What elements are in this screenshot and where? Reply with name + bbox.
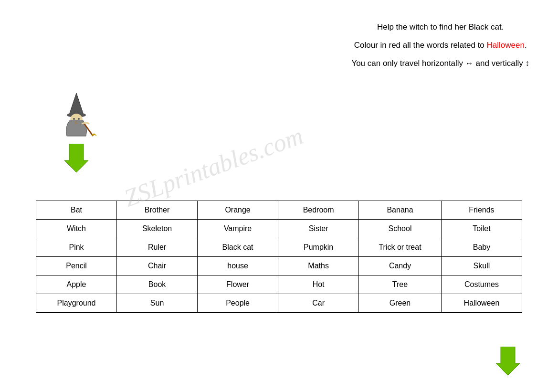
- table-cell: Toilet: [441, 220, 522, 238]
- table-cell: Playground: [36, 294, 117, 313]
- table-cell: Candy: [359, 257, 442, 275]
- table-cell: Sister: [278, 220, 359, 238]
- table-row: PencilChairhouseMathsCandySkull: [36, 257, 522, 275]
- instructions-block: Help the witch to find her Black cat. Co…: [351, 19, 529, 74]
- instruction-line2-suffix: .: [525, 41, 527, 50]
- instruction-line2-prefix: Colour in red all the words related to: [354, 41, 487, 50]
- table-cell: Car: [278, 294, 359, 313]
- table-cell: Skull: [441, 257, 522, 275]
- table-cell: Black cat: [198, 238, 278, 257]
- table-cell: Pink: [36, 238, 117, 257]
- table-cell: Bedroom: [278, 201, 359, 220]
- table-cell: Witch: [36, 220, 117, 238]
- witch-illustration: [55, 88, 98, 141]
- table-cell: house: [198, 257, 278, 275]
- table-cell: School: [359, 220, 442, 238]
- table-cell: Ruler: [117, 238, 198, 257]
- svg-marker-6: [64, 144, 88, 172]
- table-cell: Tree: [359, 275, 442, 294]
- table-cell: Skeleton: [117, 220, 198, 238]
- word-table-area: BatBrotherOrangeBedroomBananaFriendsWitc…: [36, 201, 522, 313]
- instruction-line2: Colour in red all the words related to H…: [351, 37, 529, 53]
- table-row: PinkRulerBlack catPumpkinTrick or treatB…: [36, 238, 522, 257]
- word-table: BatBrotherOrangeBedroomBananaFriendsWitc…: [36, 201, 522, 313]
- table-cell: Brother: [117, 201, 198, 220]
- table-cell: Flower: [198, 275, 278, 294]
- table-row: BatBrotherOrangeBedroomBananaFriends: [36, 201, 522, 220]
- table-cell: Orange: [198, 201, 278, 220]
- table-cell: Apple: [36, 275, 117, 294]
- table-cell: Baby: [441, 238, 522, 257]
- arrow-down-bottom: [496, 347, 520, 375]
- table-cell: Banana: [359, 201, 442, 220]
- table-cell: Friends: [441, 201, 522, 220]
- table-cell: Book: [117, 275, 198, 294]
- watermark: ZSLprintables.com: [120, 121, 307, 212]
- table-cell: Trick or treat: [359, 238, 442, 257]
- witch-area: [55, 88, 98, 172]
- table-row: PlaygroundSunPeopleCarGreenHalloween: [36, 294, 522, 313]
- table-cell: Pumpkin: [278, 238, 359, 257]
- table-cell: Maths: [278, 257, 359, 275]
- table-cell: People: [198, 294, 278, 313]
- instruction-line1: Help the witch to find her Black cat.: [351, 19, 529, 35]
- table-cell: Costumes: [441, 275, 522, 294]
- arrow-down-top: [64, 144, 88, 172]
- table-cell: Halloween: [441, 294, 522, 313]
- table-cell: Chair: [117, 257, 198, 275]
- table-cell: Vampire: [198, 220, 278, 238]
- table-cell: Green: [359, 294, 442, 313]
- svg-point-3: [73, 118, 75, 120]
- table-row: AppleBookFlowerHotTreeCostumes: [36, 275, 522, 294]
- svg-marker-0: [69, 93, 84, 115]
- table-cell: Hot: [278, 275, 359, 294]
- table-row: WitchSkeletonVampireSisterSchoolToilet: [36, 220, 522, 238]
- table-cell: Bat: [36, 201, 117, 220]
- svg-point-4: [78, 118, 80, 120]
- halloween-highlight: Halloween: [487, 41, 525, 50]
- table-cell: Sun: [117, 294, 198, 313]
- table-cell: Pencil: [36, 257, 117, 275]
- instruction-line3: You can only travel horizontally ↔ and v…: [351, 55, 529, 72]
- svg-marker-7: [496, 347, 520, 375]
